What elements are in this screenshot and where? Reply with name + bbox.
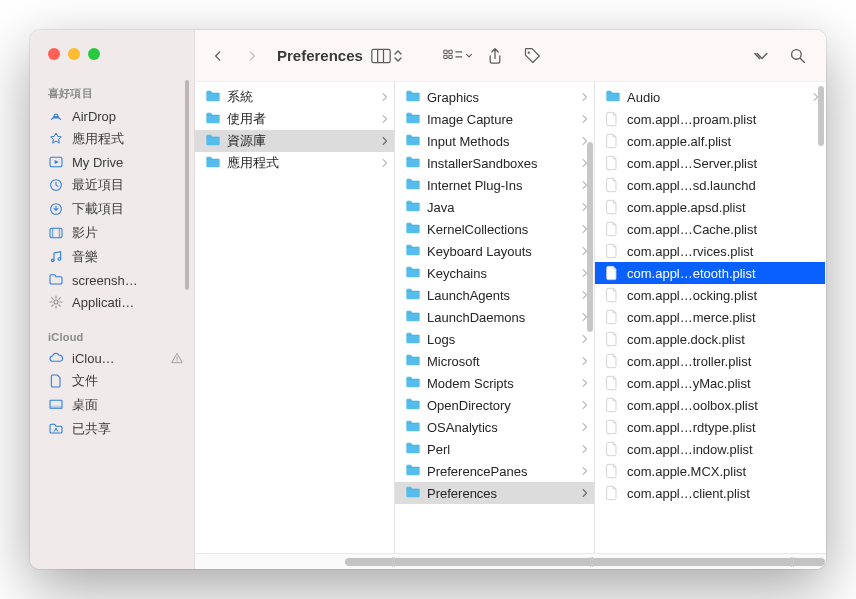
- column-scrollbar[interactable]: [818, 86, 824, 146]
- sidebar-item-drive[interactable]: My Drive: [30, 151, 194, 173]
- sidebar-item-apps[interactable]: 應用程式: [30, 127, 194, 151]
- file-row[interactable]: com.appl…etooth.plist: [595, 262, 825, 284]
- sidebar-item-folder[interactable]: screensh…: [30, 269, 194, 291]
- folder-row[interactable]: Audio: [595, 86, 825, 108]
- file-row[interactable]: com.apple.apsd.plist: [595, 196, 825, 218]
- horizontal-scrollbar[interactable]: [195, 553, 826, 569]
- sidebar-item-label: AirDrop: [72, 109, 116, 124]
- chevron-right-icon: [581, 466, 588, 476]
- folder-row[interactable]: Internet Plug-Ins: [395, 174, 594, 196]
- folder-row[interactable]: 資源庫: [195, 130, 394, 152]
- view-switcher[interactable]: [371, 48, 403, 64]
- folder-row[interactable]: KernelCollections: [395, 218, 594, 240]
- folder-row[interactable]: Modem Scripts: [395, 372, 594, 394]
- sidebar-item-icloud[interactable]: iClou…: [30, 347, 194, 369]
- folder-icon: [605, 89, 621, 105]
- column-level2[interactable]: GraphicsImage CaptureInput MethodsInstal…: [395, 82, 595, 553]
- row-label: Input Methods: [427, 134, 575, 149]
- file-row[interactable]: com.apple.alf.plist: [595, 130, 825, 152]
- column-resize-handle[interactable]: [791, 557, 797, 567]
- column-level1[interactable]: 系統使用者資源庫應用程式: [195, 82, 395, 553]
- sidebar-scrollbar[interactable]: [185, 80, 189, 290]
- svg-rect-16: [372, 49, 390, 62]
- chevron-right-icon: [381, 158, 388, 168]
- row-label: OpenDirectory: [427, 398, 575, 413]
- share-button[interactable]: [481, 43, 509, 69]
- sidebar-item-airdrop[interactable]: AirDrop: [30, 105, 194, 127]
- window-controls: [48, 48, 100, 60]
- svg-point-8: [51, 259, 54, 262]
- folder-icon: [405, 221, 421, 237]
- zoom-button[interactable]: [88, 48, 100, 60]
- forward-button[interactable]: [239, 45, 265, 67]
- folder-row[interactable]: 使用者: [195, 108, 394, 130]
- row-label: KernelCollections: [427, 222, 575, 237]
- folder-row[interactable]: PreferencePanes: [395, 460, 594, 482]
- column-resize-handle[interactable]: [590, 557, 596, 567]
- group-button[interactable]: [443, 49, 473, 63]
- more-button[interactable]: [748, 47, 776, 65]
- folder-row[interactable]: OSAnalytics: [395, 416, 594, 438]
- window-title: Preferences: [277, 47, 363, 64]
- sidebar-item-doc[interactable]: 文件: [30, 369, 194, 393]
- sidebar-item-recents[interactable]: 最近項目: [30, 173, 194, 197]
- file-row[interactable]: com.appl…Cache.plist: [595, 218, 825, 240]
- music-icon: [48, 249, 64, 265]
- minimize-button[interactable]: [68, 48, 80, 60]
- folder-icon: [405, 419, 421, 435]
- back-button[interactable]: [205, 45, 231, 67]
- file-row[interactable]: com.appl…rvices.plist: [595, 240, 825, 262]
- folder-row[interactable]: Keyboard Layouts: [395, 240, 594, 262]
- sidebar-item-gear[interactable]: Applicati…: [30, 291, 194, 313]
- folder-row[interactable]: Input Methods: [395, 130, 594, 152]
- file-row[interactable]: com.apple.dock.plist: [595, 328, 825, 350]
- row-label: 資源庫: [227, 132, 375, 150]
- column-resize-handle[interactable]: [392, 557, 398, 567]
- sidebar-item-music[interactable]: 音樂: [30, 245, 194, 269]
- file-row[interactable]: com.appl…oolbox.plist: [595, 394, 825, 416]
- file-row[interactable]: com.appl…sd.launchd: [595, 174, 825, 196]
- row-label: PreferencePanes: [427, 464, 575, 479]
- horizontal-scrollbar-thumb[interactable]: [345, 558, 825, 566]
- folder-icon: [405, 463, 421, 479]
- folder-row[interactable]: OpenDirectory: [395, 394, 594, 416]
- column-level3[interactable]: Audiocom.appl…proam.plistcom.apple.alf.p…: [595, 82, 825, 553]
- file-row[interactable]: com.appl…proam.plist: [595, 108, 825, 130]
- sidebar-item-downloads[interactable]: 下載項目: [30, 197, 194, 221]
- sidebar-item-movies[interactable]: 影片: [30, 221, 194, 245]
- folder-row[interactable]: Graphics: [395, 86, 594, 108]
- sidebar-item-desktop[interactable]: 桌面: [30, 393, 194, 417]
- sidebar-item-shared[interactable]: 已共享: [30, 417, 194, 441]
- file-row[interactable]: com.appl…rdtype.plist: [595, 416, 825, 438]
- folder-row[interactable]: Microsoft: [395, 350, 594, 372]
- folder-row[interactable]: LaunchDaemons: [395, 306, 594, 328]
- folder-row[interactable]: 系統: [195, 86, 394, 108]
- folder-row[interactable]: Image Capture: [395, 108, 594, 130]
- folder-row[interactable]: Preferences: [395, 482, 594, 504]
- file-row[interactable]: com.appl…troller.plist: [595, 350, 825, 372]
- file-icon: [605, 133, 621, 149]
- file-icon: [605, 375, 621, 391]
- tags-button[interactable]: [517, 43, 547, 69]
- file-row[interactable]: com.apple.MCX.plist: [595, 460, 825, 482]
- row-label: com.appl…troller.plist: [627, 354, 819, 369]
- folder-row[interactable]: Logs: [395, 328, 594, 350]
- folder-row[interactable]: InstallerSandboxes: [395, 152, 594, 174]
- folder-row[interactable]: Keychains: [395, 262, 594, 284]
- file-row[interactable]: com.appl…merce.plist: [595, 306, 825, 328]
- folder-row[interactable]: 應用程式: [195, 152, 394, 174]
- file-row[interactable]: com.appl…client.plist: [595, 482, 825, 504]
- folder-row[interactable]: Java: [395, 196, 594, 218]
- folder-row[interactable]: LaunchAgents: [395, 284, 594, 306]
- folder-row[interactable]: Perl: [395, 438, 594, 460]
- file-row[interactable]: com.appl…indow.plist: [595, 438, 825, 460]
- file-row[interactable]: com.appl…ocking.plist: [595, 284, 825, 306]
- column-scrollbar[interactable]: [587, 142, 593, 332]
- close-button[interactable]: [48, 48, 60, 60]
- row-label: com.appl…indow.plist: [627, 442, 819, 457]
- toolbar: Preferences: [195, 30, 826, 82]
- search-button[interactable]: [784, 44, 812, 68]
- file-row[interactable]: com.appl…Server.plist: [595, 152, 825, 174]
- folder-icon: [405, 265, 421, 281]
- file-row[interactable]: com.appl…yMac.plist: [595, 372, 825, 394]
